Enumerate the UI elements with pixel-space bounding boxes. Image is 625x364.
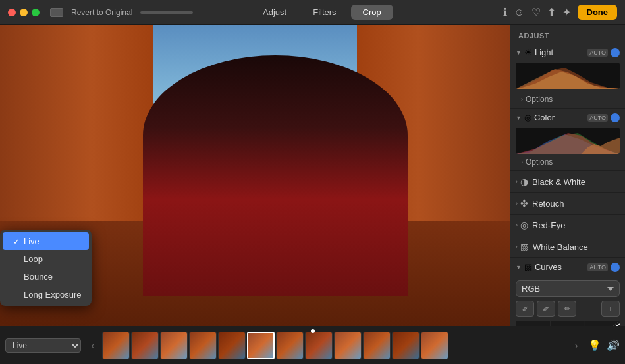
filmstrip-indicator-dot <box>311 329 315 333</box>
close-button[interactable] <box>8 9 16 16</box>
curves-chevron-icon: ▼ <box>516 264 522 271</box>
filmstrip-thumb-2[interactable] <box>131 332 159 359</box>
color-title: Color <box>534 113 587 122</box>
dropdown-item-long-exposure[interactable]: Long Exposure <box>0 286 92 303</box>
color-options-text: Options <box>526 157 553 167</box>
curves-tool-pencil1[interactable]: ✏ <box>516 301 534 317</box>
magic-button[interactable]: ✦ <box>562 6 571 18</box>
photo-area[interactable]: ✓ Live Loop Bounce Long Exposure <box>0 25 510 326</box>
filmstrip-thumb-6-selected[interactable] <box>247 332 275 359</box>
rgb-select[interactable]: RGB Red Green Blue <box>516 280 620 297</box>
filmstrip-nav-right[interactable]: › <box>570 340 583 351</box>
retouch-chevron-icon: › <box>516 200 518 207</box>
filmstrip-thumb-1[interactable] <box>102 332 130 359</box>
chevron-left-icon: ‹ <box>91 340 94 351</box>
info-button[interactable]: ℹ <box>503 6 507 18</box>
live-dropdown-menu: ✓ Live Loop Bounce Long Exposure <box>0 230 92 306</box>
live-select[interactable]: Live Loop Bounce Long Exposure <box>5 338 81 353</box>
bottom-bar: Live Loop Bounce Long Exposure ‹ › 💡 🔊 <box>0 326 625 364</box>
light-options-row[interactable]: › Options <box>510 93 625 108</box>
curves-tool-pencil3[interactable]: ✏ <box>558 301 576 317</box>
dropdown-item-loop[interactable]: Loop <box>0 250 92 268</box>
filmstrip-nav-left[interactable]: ‹ <box>86 340 99 351</box>
dropdown-item-bounce[interactable]: Bounce <box>0 268 92 286</box>
light-section-header[interactable]: ▼ ☀ Light AUTO <box>510 43 625 61</box>
color-options-chevron-icon: › <box>521 159 523 165</box>
share-button[interactable]: ⬆ <box>547 6 556 18</box>
retouch-title: Retouch <box>532 199 620 209</box>
pencil2-icon: ✏ <box>541 303 551 314</box>
title-bar: Revert to Original Adjust Filters Crop ℹ… <box>0 0 625 25</box>
svg-rect-9 <box>516 321 620 326</box>
filmstrip-thumb-5[interactable] <box>218 332 246 359</box>
traffic-lights <box>8 9 40 16</box>
color-histogram-strip <box>516 128 620 154</box>
check-icon: ✓ <box>13 237 20 246</box>
light-chevron-icon: ▼ <box>516 49 522 56</box>
wb-icon: ▨ <box>520 242 529 252</box>
curves-tool-add[interactable]: + <box>601 301 620 317</box>
redeye-chevron-icon: › <box>516 222 518 228</box>
redeye-icon: ◎ <box>520 220 528 230</box>
light-icon-bottom[interactable]: 💡 <box>588 339 601 351</box>
color-auto-badge[interactable]: AUTO <box>587 114 608 122</box>
revert-button[interactable]: Revert to Original <box>71 8 132 17</box>
color-toggle[interactable] <box>611 113 620 122</box>
main-content: ✓ Live Loop Bounce Long Exposure Adjust … <box>0 25 625 326</box>
filmstrip <box>99 326 570 364</box>
live-select-area: Live Loop Bounce Long Exposure <box>0 338 86 353</box>
curves-section-header[interactable]: ▼ ▨ Curves AUTO <box>510 258 625 276</box>
tab-adjust[interactable]: Adjust <box>251 5 298 20</box>
light-icon: ☀ <box>524 47 532 57</box>
filmstrip-thumb-3[interactable] <box>160 332 188 359</box>
color-chevron-icon: ▼ <box>516 115 522 121</box>
curves-auto-badge[interactable]: AUTO <box>587 263 608 271</box>
minimize-button[interactable] <box>20 9 28 16</box>
bw-chevron-icon: › <box>516 178 518 185</box>
filmstrip-thumb-9[interactable] <box>334 332 362 359</box>
chevron-right-icon: › <box>574 340 578 351</box>
heart-button[interactable]: ♡ <box>531 6 541 18</box>
curves-tool-pencil2[interactable]: ✏ <box>537 301 555 317</box>
whitebalance-section[interactable]: › ▨ White Balance <box>510 236 625 258</box>
redeye-section[interactable]: › ◎ Red-Eye <box>510 215 625 236</box>
bottom-right-icons: 💡 🔊 <box>583 339 625 351</box>
bw-title: Black & White <box>532 177 620 187</box>
adjust-header: Adjust <box>510 25 625 43</box>
emoji-button[interactable]: ☺ <box>514 7 524 18</box>
filmstrip-thumb-12[interactable] <box>421 332 448 359</box>
color-options-row[interactable]: › Options <box>510 155 625 170</box>
done-button[interactable]: Done <box>578 5 618 20</box>
light-title: Light <box>535 47 587 57</box>
tab-filters[interactable]: Filters <box>301 5 348 20</box>
blackwhite-section[interactable]: › ◑ Black & White <box>510 171 625 193</box>
light-toggle[interactable] <box>611 48 620 57</box>
window-view-toggle <box>50 8 63 17</box>
light-auto-badge[interactable]: AUTO <box>587 49 608 57</box>
speaker-icon[interactable]: 🔊 <box>607 339 620 351</box>
filmstrip-thumb-11[interactable] <box>392 332 420 359</box>
filmstrip-thumb-8[interactable] <box>305 332 333 359</box>
tab-crop[interactable]: Crop <box>351 5 393 20</box>
wb-title: White Balance <box>533 242 620 252</box>
plus-icon: + <box>608 304 613 314</box>
color-section-header[interactable]: ▼ ◎ Color AUTO <box>510 109 625 126</box>
dropdown-item-live[interactable]: ✓ Live <box>3 232 89 250</box>
filmstrip-thumb-4[interactable] <box>189 332 217 359</box>
tab-group: Adjust Filters Crop <box>251 5 393 20</box>
filmstrip-thumb-10[interactable] <box>363 332 391 359</box>
curves-body: RGB Red Green Blue ✏ ✏ ✏ + <box>510 276 625 326</box>
retouch-icon: ✤ <box>520 198 528 209</box>
maximize-button[interactable] <box>32 9 40 16</box>
sidebar-toggle-icon[interactable] <box>50 8 63 17</box>
curves-tools: ✏ ✏ ✏ + <box>516 301 620 317</box>
light-options-chevron-icon: › <box>521 96 523 103</box>
curves-title: Curves <box>535 262 587 272</box>
curves-graph[interactable] <box>516 321 620 326</box>
curves-toggle[interactable] <box>611 263 620 272</box>
wb-chevron-icon: › <box>516 244 518 250</box>
filmstrip-thumb-7[interactable] <box>276 332 304 359</box>
curves-icon: ▨ <box>524 262 532 272</box>
light-options-text: Options <box>526 95 553 104</box>
retouch-section[interactable]: › ✤ Retouch <box>510 193 625 215</box>
